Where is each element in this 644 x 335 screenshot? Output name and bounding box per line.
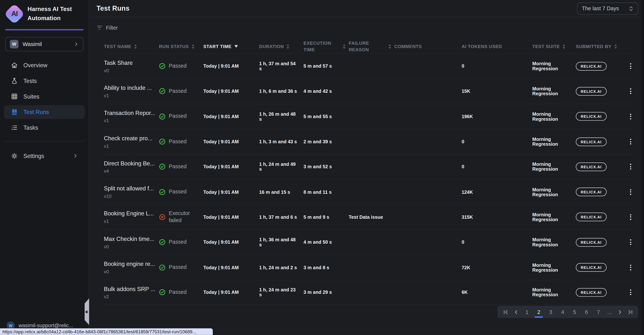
- kebab-menu-icon[interactable]: [626, 63, 635, 69]
- kebab-menu-icon[interactable]: [626, 239, 635, 245]
- table-row[interactable]: Check create pro...v1PassedToday | 9:01 …: [104, 129, 635, 154]
- start-time: Today | 9:01 AM: [203, 89, 255, 94]
- row-actions-cell: [626, 239, 635, 245]
- column-header-duration[interactable]: DURATION: [259, 43, 304, 50]
- column-header-start[interactable]: START TIME: [203, 43, 259, 50]
- kebab-menu-icon[interactable]: [626, 114, 635, 119]
- first-page-button[interactable]: [502, 309, 510, 316]
- table-row[interactable]: Booking engine re...v0PassedToday | 9:01…: [104, 255, 635, 280]
- date-range-select[interactable]: The last 7 Days: [577, 2, 638, 14]
- start-time-cell: Today | 9:01 AM: [203, 89, 259, 94]
- ai-tokens-cell: 72K: [462, 265, 532, 270]
- page-button-7[interactable]: 7: [594, 308, 603, 316]
- sidebar-item-tests[interactable]: Tests: [4, 74, 85, 88]
- kebab-menu-icon[interactable]: [626, 88, 635, 94]
- kebab-menu-icon[interactable]: [626, 139, 635, 145]
- org-selector[interactable]: W Wasimil: [6, 37, 84, 51]
- sidebar-item-overview[interactable]: Overview: [4, 58, 85, 72]
- column-label: START TIME: [203, 43, 232, 50]
- page-button-4[interactable]: 4: [558, 308, 567, 316]
- sidebar-item-test-runs[interactable]: Test Runs: [4, 105, 85, 119]
- column-header-failure[interactable]: FAILURE REASON: [349, 40, 394, 53]
- duration-cell: 1 h, 6 m and 36 s: [259, 89, 304, 94]
- ai-tokens: 15K: [462, 89, 528, 94]
- start-time-cell: Today | 9:01 AM: [203, 190, 259, 194]
- kebab-menu-icon[interactable]: [626, 164, 635, 170]
- kebab-menu-icon[interactable]: [626, 265, 635, 270]
- page-button-1[interactable]: 1: [522, 308, 532, 316]
- table-row[interactable]: Bulk addons SRP ...v2PassedToday | 9:01 …: [104, 280, 635, 305]
- run-status-cell: Passed: [159, 188, 203, 195]
- sidebar-item-settings[interactable]: Settings: [4, 149, 85, 163]
- page-button-3[interactable]: 3: [546, 308, 555, 316]
- table-row[interactable]: Direct Booking Be...v4PassedToday | 9:01…: [104, 154, 635, 179]
- failure-reason: Test Data issue: [349, 215, 390, 220]
- tasks-icon: [11, 124, 18, 131]
- table-row[interactable]: Ability to include ...v1PassedToday | 9:…: [104, 78, 635, 104]
- table-header-row: TEST NAMERUN STATUSSTART TIMEDURATIONEXE…: [104, 40, 635, 53]
- duration: 1 h, 36 m and 48 s: [259, 237, 300, 247]
- test-suite-cell: Morning Regression: [532, 263, 576, 272]
- column-header-name[interactable]: TEST NAME: [104, 43, 159, 50]
- filter-button[interactable]: Filter: [96, 24, 118, 31]
- duration: 1 h, 3 m and 43 s: [259, 139, 300, 144]
- start-time-cell: Today | 9:01 AM: [203, 164, 259, 169]
- table-row[interactable]: Transaction Repor...v1PassedToday | 9:01…: [104, 104, 635, 129]
- execution-time-cell: 3 m and 52 s: [304, 164, 349, 169]
- row-actions-cell: [626, 139, 635, 145]
- sidebar-collapse-handle[interactable]: [85, 298, 89, 325]
- user-email: wasimil-support@relic...: [18, 323, 73, 329]
- test-version: v1: [104, 219, 155, 224]
- table-row[interactable]: Booking Engine L...v1Executor failedToda…: [104, 204, 635, 230]
- duration: 1 h, 24 m and 23 s: [259, 288, 300, 297]
- passed-icon: [159, 189, 166, 195]
- kebab-menu-icon[interactable]: [626, 214, 635, 220]
- submitted-by-cell: RELICX.AI: [576, 112, 626, 121]
- page-button-6[interactable]: 6: [582, 308, 591, 316]
- table-row[interactable]: Task Sharev0PassedToday | 9:01 AM1 h, 37…: [104, 53, 635, 78]
- sidebar-item-suites[interactable]: Suites: [4, 89, 85, 103]
- run-status-text: Passed: [169, 163, 187, 170]
- submitted-by-badge: RELICX.AI: [576, 238, 606, 247]
- row-actions-cell: [626, 290, 635, 295]
- sidebar-item-label: Settings: [24, 152, 44, 159]
- column-header-execution[interactable]: EXECUTION TIME: [304, 40, 349, 53]
- scrollbar[interactable]: [642, 0, 644, 335]
- execution-time: 8 m and 11 s: [304, 190, 344, 194]
- passed-icon: [159, 163, 166, 170]
- page-button-5[interactable]: 5: [570, 308, 579, 316]
- test-name-cell: Max Checkin time...v0: [104, 236, 159, 249]
- prev-page-button[interactable]: [512, 309, 520, 316]
- test-name-cell: Ability to include ...v1: [104, 85, 159, 98]
- execution-time: 5 m and 57 s: [304, 64, 344, 68]
- next-page-button[interactable]: [616, 309, 624, 316]
- column-header-status[interactable]: RUN STATUS: [159, 43, 203, 50]
- sidebar-item-tasks[interactable]: Tasks: [4, 121, 85, 134]
- test-suite: Morning Regression: [532, 162, 572, 172]
- last-page-button[interactable]: [626, 309, 634, 316]
- duration: 1 h, 6 m and 36 s: [259, 89, 300, 94]
- test-version: v10: [104, 194, 155, 199]
- table-row[interactable]: Split not allowed f...v10PassedToday | 9…: [104, 179, 635, 204]
- app-root: AI Harness AI Test Automation W Wasimil …: [0, 0, 644, 335]
- submitted-by-badge: RELICX.AI: [576, 137, 606, 146]
- start-time-cell: Today | 9:01 AM: [203, 139, 259, 144]
- test-suite-cell: Morning Regression: [532, 212, 576, 222]
- run-status-text: Passed: [169, 113, 187, 120]
- kebab-menu-icon[interactable]: [626, 189, 635, 195]
- start-time: Today | 9:01 AM: [203, 290, 255, 295]
- page-button-2[interactable]: 2: [534, 308, 543, 316]
- kebab-menu-icon[interactable]: [626, 290, 635, 295]
- column-header-suite[interactable]: TEST SUITE: [532, 43, 576, 50]
- duration-cell: 1 h, 26 m and 48 s: [259, 112, 304, 121]
- column-header-submitted[interactable]: SUBMITTED BY: [576, 43, 626, 50]
- test-suite-cell: Morning Regression: [532, 162, 576, 172]
- sort-arrows-icon: [614, 44, 617, 49]
- table-row[interactable]: Max Checkin time...v0PassedToday | 9:01 …: [104, 230, 635, 255]
- test-name-cell: Task Sharev0: [104, 59, 159, 73]
- passed-icon: [159, 88, 166, 94]
- test-suite: Morning Regression: [532, 112, 572, 121]
- test-suite: Morning Regression: [532, 237, 572, 247]
- submitted-by-cell: RELICX.AI: [576, 238, 626, 247]
- duration: 1 h, 37 m and 6 s: [259, 215, 300, 220]
